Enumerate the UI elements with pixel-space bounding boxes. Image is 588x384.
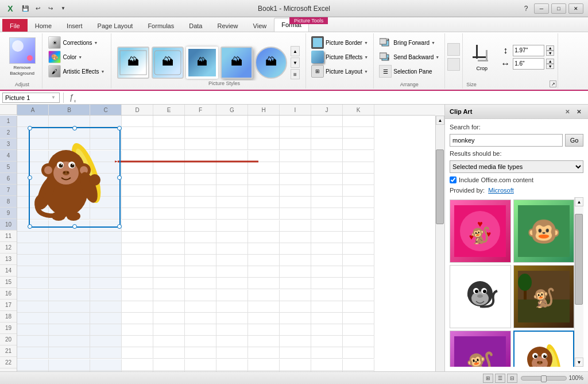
cell[interactable] (343, 220, 374, 232)
cell[interactable] (248, 232, 280, 243)
cell[interactable] (343, 162, 374, 174)
cell[interactable] (280, 278, 311, 289)
tab-insert[interactable]: Insert (59, 19, 90, 32)
cell[interactable] (90, 116, 122, 127)
cell[interactable] (311, 371, 343, 371)
cell[interactable] (122, 220, 153, 232)
cell[interactable] (122, 232, 153, 243)
cell[interactable] (17, 232, 49, 243)
cell[interactable] (185, 301, 216, 313)
cell[interactable] (311, 301, 343, 313)
cell[interactable] (153, 313, 185, 324)
cell[interactable] (248, 127, 280, 139)
tab-file[interactable]: File (2, 19, 28, 32)
cell[interactable] (90, 371, 122, 371)
cell[interactable] (185, 255, 216, 266)
cell[interactable] (17, 301, 49, 313)
scroll-track[interactable] (436, 125, 444, 371)
picture-border-button[interactable]: Picture Border ▼ (310, 36, 370, 49)
cell[interactable] (122, 243, 153, 255)
clip-item-4[interactable]: 🐒 (513, 265, 575, 328)
cell[interactable] (216, 336, 248, 347)
cell[interactable] (343, 301, 374, 313)
cell[interactable] (17, 371, 49, 371)
cell[interactable] (122, 197, 153, 208)
results-select[interactable]: Selected media file types All media file… (450, 160, 583, 173)
cell[interactable] (248, 243, 280, 255)
cell[interactable] (216, 151, 248, 162)
cell[interactable] (311, 139, 343, 150)
cell[interactable] (216, 208, 248, 220)
tab-home[interactable]: Home (28, 19, 59, 32)
scroll-up-btn[interactable]: ▲ (436, 116, 444, 125)
cell[interactable] (49, 336, 90, 347)
cell[interactable] (216, 359, 248, 371)
help-btn[interactable]: ? (520, 3, 532, 14)
cell[interactable] (185, 290, 216, 301)
cell[interactable] (248, 185, 280, 197)
cell[interactable] (343, 208, 374, 220)
cell[interactable] (311, 243, 343, 255)
close-btn[interactable]: ✕ (568, 3, 583, 14)
cell[interactable] (153, 174, 185, 185)
height-up[interactable]: ▲ (546, 45, 554, 51)
cell[interactable] (153, 336, 185, 347)
qa-dropdown-btn[interactable]: ▼ (57, 3, 69, 14)
cell[interactable] (311, 208, 343, 220)
cell[interactable] (153, 290, 185, 301)
cell[interactable] (17, 255, 49, 266)
cell[interactable] (248, 162, 280, 174)
cell[interactable] (343, 278, 374, 289)
cell[interactable] (90, 243, 122, 255)
cell[interactable] (153, 232, 185, 243)
cell[interactable] (185, 220, 216, 232)
cell[interactable] (280, 301, 311, 313)
cell[interactable] (122, 313, 153, 324)
cell[interactable] (343, 197, 374, 208)
cell[interactable] (280, 243, 311, 255)
cell[interactable] (311, 197, 343, 208)
clip-scroll-up[interactable]: ▲ (575, 197, 583, 206)
cell[interactable] (311, 336, 343, 347)
cell[interactable] (248, 220, 280, 232)
cell[interactable] (49, 255, 90, 266)
cell[interactable] (122, 301, 153, 313)
cell[interactable] (153, 359, 185, 371)
cell[interactable] (216, 313, 248, 324)
cell[interactable] (280, 208, 311, 220)
cell[interactable] (216, 116, 248, 127)
corrections-button[interactable]: ☀ Corrections ▼ (47, 36, 106, 49)
cell[interactable] (216, 232, 248, 243)
cell[interactable] (216, 347, 248, 359)
cell[interactable] (90, 347, 122, 359)
cell[interactable] (185, 347, 216, 359)
cell[interactable] (280, 162, 311, 174)
cell[interactable] (49, 232, 90, 243)
cell[interactable] (216, 139, 248, 150)
name-box-input[interactable] (5, 94, 51, 101)
cell[interactable] (280, 313, 311, 324)
crop-button[interactable]: Crop (467, 40, 496, 74)
undo-qa-btn[interactable]: ↩ (32, 3, 44, 14)
cell[interactable] (248, 371, 280, 371)
clip-item-2[interactable]: 🐵 (513, 199, 575, 263)
clip-item-6[interactable] (513, 331, 575, 367)
cell[interactable] (122, 208, 153, 220)
cell[interactable] (153, 278, 185, 289)
cell[interactable] (343, 139, 374, 150)
cell[interactable] (122, 116, 153, 127)
cell[interactable] (185, 151, 216, 162)
cell[interactable] (280, 116, 311, 127)
cell[interactable] (216, 266, 248, 278)
cell[interactable] (153, 151, 185, 162)
cell[interactable] (311, 220, 343, 232)
cell[interactable] (280, 127, 311, 139)
picture-effects-button[interactable]: Picture Effects ▼ (310, 50, 370, 64)
cell[interactable] (248, 255, 280, 266)
minimize-btn[interactable]: ─ (534, 3, 549, 14)
cell[interactable] (248, 313, 280, 324)
cell[interactable] (343, 243, 374, 255)
cell[interactable] (153, 220, 185, 232)
cell[interactable] (248, 116, 280, 127)
cell[interactable] (185, 139, 216, 150)
